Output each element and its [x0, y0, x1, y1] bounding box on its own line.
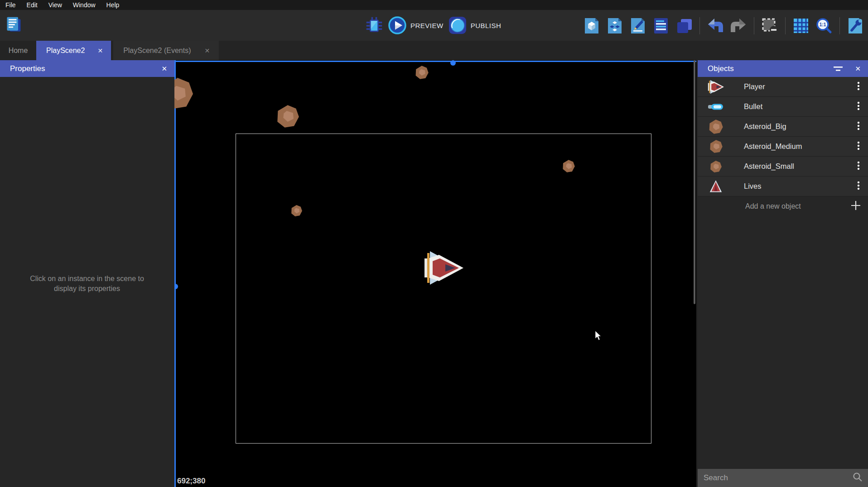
objects-header: Objects ✕ — [698, 60, 868, 77]
grid-icon[interactable] — [792, 17, 810, 35]
project-manager-icon[interactable] — [5, 15, 23, 33]
tab-playscene2-events[interactable]: PlayScene2 (Events) ✕ — [113, 41, 219, 60]
asteroid-small-instance[interactable] — [562, 159, 575, 173]
selection-handle-left[interactable] — [174, 284, 178, 289]
life-ship-icon — [707, 178, 725, 195]
asteroid-small-instance[interactable] — [290, 205, 303, 217]
objects-panel: Objects ✕ Player — [698, 60, 868, 487]
layers-icon[interactable] — [675, 17, 693, 35]
menu-bar: File Edit View Window Help — [0, 0, 868, 10]
object-name: Asteroid_Small — [744, 162, 794, 171]
menu-help[interactable]: Help — [101, 0, 125, 10]
menu-file[interactable]: File — [0, 0, 21, 10]
tab-home-label: Home — [9, 47, 28, 55]
object-row-lives[interactable]: Lives — [698, 177, 868, 196]
publish-globe-icon — [448, 16, 467, 35]
preview-play-icon — [388, 16, 407, 35]
object-name: Lives — [744, 182, 762, 191]
toolbar-separator — [839, 17, 840, 34]
scene-canvas[interactable]: 692;380 — [174, 60, 696, 487]
project-settings-icon[interactable] — [846, 17, 864, 35]
undo-icon[interactable] — [706, 17, 724, 35]
objects-search-bar — [698, 469, 868, 487]
properties-title: Properties — [10, 64, 45, 73]
object-name: Asteroid_Medium — [744, 142, 802, 151]
edit-selection-icon[interactable] — [761, 17, 779, 35]
tab-close-icon[interactable]: ✕ — [205, 47, 210, 54]
preview-button[interactable]: PREVIEW — [388, 16, 444, 35]
cursor-coordinates: 692;380 — [177, 477, 205, 486]
tab-playscene2-label: PlayScene2 — [46, 47, 85, 55]
object-menu-dots-icon[interactable] — [855, 100, 862, 114]
object-name: Asteroid_Big — [744, 122, 786, 131]
objects-list: Player Bullet Asteroid_Big — [698, 77, 868, 216]
selection-border-top — [174, 61, 696, 62]
object-row-player[interactable]: Player — [698, 77, 868, 97]
scene-bounds-frame — [236, 134, 651, 444]
tab-home[interactable]: Home — [0, 41, 36, 60]
main-toolbar: PREVIEW PUBLISH — [0, 10, 868, 41]
publish-button[interactable]: PUBLISH — [448, 16, 502, 35]
tab-close-icon[interactable]: ✕ — [97, 47, 103, 54]
asteroid-big-instance[interactable] — [174, 76, 194, 110]
editor-tab-bar: Home PlayScene2 ✕ PlayScene2 (Events) ✕ — [0, 41, 868, 60]
objects-editor-icon[interactable] — [606, 17, 624, 35]
close-icon[interactable]: ✕ — [161, 65, 167, 73]
tab-playscene2[interactable]: PlayScene2 ✕ — [36, 41, 111, 60]
preview-label: PREVIEW — [410, 22, 444, 29]
menu-window[interactable]: Window — [68, 0, 101, 10]
properties-empty-message: Click on an instance in the scene to dis… — [19, 274, 155, 294]
bullet-icon — [707, 99, 725, 115]
object-row-bullet[interactable]: Bullet — [698, 97, 868, 117]
gdevelop-window: File Edit View Window Help — [0, 0, 868, 487]
object-menu-dots-icon[interactable] — [855, 119, 862, 134]
filter-icon[interactable] — [833, 66, 843, 72]
asteroid-icon — [707, 158, 725, 175]
asteroid-medium-instance[interactable] — [275, 104, 300, 129]
object-menu-dots-icon[interactable] — [855, 139, 862, 154]
toolbar-separator — [754, 17, 754, 34]
properties-header: Properties ✕ — [0, 60, 174, 77]
objects-title: Objects — [708, 64, 734, 73]
player-ship-icon — [707, 79, 725, 95]
plus-icon — [851, 201, 861, 212]
svg-text:1:1: 1:1 — [820, 22, 826, 27]
asteroid-icon — [707, 119, 725, 135]
search-icon[interactable] — [853, 472, 863, 484]
object-row-asteroid-big[interactable]: Asteroid_Big — [698, 117, 868, 137]
selection-border-left — [174, 60, 176, 487]
debug-icon[interactable] — [365, 16, 383, 34]
object-menu-dots-icon[interactable] — [855, 179, 862, 194]
asteroid-small-instance[interactable] — [415, 65, 429, 80]
menu-edit[interactable]: Edit — [21, 0, 43, 10]
search-input[interactable] — [698, 473, 853, 483]
object-menu-dots-icon[interactable] — [855, 80, 862, 94]
object-row-asteroid-medium[interactable]: Asteroid_Medium — [698, 137, 868, 157]
selection-handle-top[interactable] — [450, 60, 456, 66]
toolbar-separator — [785, 17, 786, 34]
toolbar-separator — [699, 17, 700, 34]
zoom-original-icon[interactable]: 1:1 — [815, 17, 833, 35]
edit-scene-icon[interactable] — [629, 17, 647, 35]
scene-properties-icon[interactable] — [583, 17, 601, 35]
player-ship-instance[interactable] — [424, 250, 463, 286]
add-new-object-button[interactable]: Add a new object — [698, 196, 868, 216]
instances-list-icon[interactable] — [652, 17, 670, 35]
publish-label: PUBLISH — [471, 22, 502, 29]
add-new-object-label: Add a new object — [745, 202, 801, 210]
object-name: Bullet — [744, 102, 762, 111]
object-menu-dots-icon[interactable] — [855, 159, 862, 174]
menu-view[interactable]: View — [43, 0, 68, 10]
redo-icon[interactable] — [729, 17, 747, 35]
tab-playscene2-events-label: PlayScene2 (Events) — [123, 47, 191, 55]
asteroid-icon — [707, 138, 725, 155]
close-icon[interactable]: ✕ — [855, 65, 861, 73]
scene-vertical-scrollbar[interactable] — [694, 60, 695, 304]
mouse-cursor — [595, 331, 602, 341]
object-row-asteroid-small[interactable]: Asteroid_Small — [698, 157, 868, 177]
properties-panel: Properties ✕ Click on an instance in the… — [0, 60, 174, 487]
object-name: Player — [744, 82, 765, 91]
